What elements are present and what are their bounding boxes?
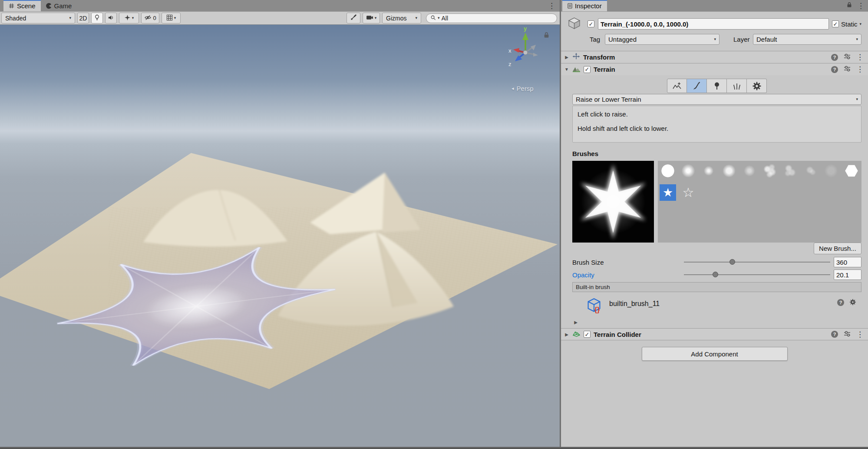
paint-terrain-button[interactable] (687, 79, 707, 93)
scene-grid-icon (9, 3, 14, 9)
opacity-label: Opacity (572, 271, 684, 279)
static-checkbox[interactable]: ✓ (832, 20, 839, 27)
help-icon[interactable]: ? (831, 331, 838, 338)
window-bottom-edge (0, 447, 868, 449)
scene-tab-menu-icon[interactable]: ⋮ (544, 0, 560, 11)
foldout-icon[interactable]: ▶ (573, 320, 578, 325)
gizmo-lock-icon[interactable] (544, 32, 549, 40)
tag-dropdown[interactable]: Untagged▾ (605, 34, 719, 45)
brush-tile-circle-soft[interactable] (680, 163, 696, 179)
star-outline-icon: ☆ (683, 186, 694, 199)
slider-track[interactable] (684, 262, 830, 263)
paint-trees-button[interactable] (707, 79, 727, 93)
scene-search-field[interactable]: ▾ (426, 13, 557, 23)
brush-size-slider[interactable] (684, 256, 830, 268)
search-icon (430, 15, 436, 22)
presets-icon[interactable] (844, 53, 851, 61)
search-input[interactable] (442, 15, 553, 22)
component-menu-icon[interactable]: ⋮ (856, 53, 864, 61)
scene-audio-button[interactable] (105, 13, 117, 23)
brush-tile-star-outline[interactable]: ☆ (680, 184, 696, 201)
add-component-row: Add Component (561, 347, 868, 361)
projection-mode-toggle[interactable]: ◂ Persp (512, 85, 534, 92)
layer-dropdown[interactable]: Default▾ (753, 34, 861, 45)
brush-asset-row[interactable]: {} builtin_brush_11 ? ▶ (572, 292, 861, 328)
scene-pane: Scene Game ⋮ Shaded ▾ 2D (0, 0, 560, 449)
scene-render (0, 25, 560, 449)
scene-lighting-button[interactable] (91, 13, 103, 23)
add-component-button[interactable]: Add Component (642, 347, 788, 361)
gear-icon[interactable] (849, 299, 856, 307)
inspector-lock-icon[interactable] (847, 2, 852, 10)
scene-effects-dropdown[interactable]: ▾ (119, 13, 139, 23)
foldout-icon[interactable]: ▶ (564, 332, 569, 337)
slider-track[interactable] (684, 274, 830, 275)
foldout-icon[interactable]: ▼ (564, 67, 569, 72)
slider-knob[interactable] (713, 272, 718, 277)
terrain-collider-header[interactable]: ▶ ✓ Terrain Collider ? ⋮ (561, 328, 868, 340)
inspector-tabbar: Inspector ⋮ (561, 0, 868, 12)
scene-viewport[interactable]: y x z ◂ Persp (0, 25, 560, 449)
terrain-icon (572, 65, 581, 74)
collider-enabled-checkbox[interactable]: ✓ (584, 331, 591, 338)
tab-scene[interactable]: Scene (3, 0, 41, 11)
help-icon[interactable]: ? (837, 299, 844, 306)
brush-tile-star-selected[interactable]: ★ (660, 184, 676, 201)
inspector-menu-icon[interactable]: ⋮ (857, 2, 865, 10)
brush-tile-splatter-3[interactable] (802, 163, 819, 179)
brush-tile-splatter-1[interactable] (762, 163, 778, 179)
component-menu-icon[interactable]: ⋮ (856, 331, 864, 338)
hidden-objects-button[interactable]: 0 (141, 13, 159, 23)
terrain-enabled-checkbox[interactable]: ✓ (584, 66, 591, 73)
brush-tile-circle-hard[interactable] (660, 163, 676, 179)
builtin-brush-label: Built-in brush (576, 284, 610, 290)
brush-size-value[interactable] (834, 257, 861, 267)
presets-icon[interactable] (844, 65, 851, 73)
terrain-tool-dropdown[interactable]: Raise or Lower Terrain ▾ (572, 94, 861, 105)
grid-visibility-dropdown[interactable]: ▾ (162, 13, 181, 23)
foldout-icon[interactable]: ▶ (564, 55, 569, 60)
presets-icon[interactable] (844, 330, 851, 339)
new-brush-button[interactable]: New Brush... (814, 243, 861, 254)
create-neighbor-terrains-button[interactable] (667, 79, 687, 93)
shading-mode-label: Shaded (5, 15, 26, 22)
transform-header[interactable]: ▶ Transform ? ⋮ (561, 51, 868, 63)
hexagon-shape (845, 165, 858, 177)
opacity-value[interactable] (834, 269, 861, 280)
paint-details-button[interactable] (727, 79, 747, 93)
shading-mode-dropdown[interactable]: Shaded ▾ (1, 13, 75, 23)
hidden-count-label: 0 (153, 15, 156, 21)
component-menu-icon[interactable]: ⋮ (856, 66, 864, 73)
terrain-settings-button[interactable] (747, 79, 767, 93)
brush-tile-dot-faint[interactable] (741, 163, 758, 179)
brush-palette: ★ ☆ (658, 161, 861, 243)
scene-tabbar: Scene Game ⋮ (0, 0, 560, 12)
gizmos-dropdown[interactable]: Gizmos ▾ (382, 13, 421, 23)
axis-y[interactable] (522, 33, 528, 53)
static-dropdown-icon[interactable]: ▾ (859, 22, 861, 26)
gameobject-name-field[interactable] (598, 18, 829, 30)
speaker-icon (108, 14, 114, 22)
effects-sparkle-icon (124, 14, 131, 22)
brush-tile-dot-small[interactable] (700, 163, 717, 179)
terrain-header[interactable]: ▼ ✓ Terrain ? ⋮ (561, 63, 868, 75)
brush-tile-ghost[interactable] (823, 163, 839, 179)
slider-knob[interactable] (729, 259, 735, 265)
brush-tile-blob[interactable] (721, 163, 737, 179)
tab-game[interactable]: Game (41, 0, 77, 11)
brush-tile-splatter-2[interactable] (782, 163, 799, 179)
opacity-slider[interactable] (684, 269, 830, 280)
brush-tile-hexagon[interactable] (843, 163, 860, 179)
terrain-collider-title: Terrain Collider (594, 331, 641, 338)
help-icon[interactable]: ? (831, 66, 838, 73)
custom-tools-button[interactable] (347, 13, 360, 23)
scene-camera-dropdown[interactable]: ▾ (363, 13, 380, 23)
scene-toolbar: Shaded ▾ 2D ▾ (0, 12, 560, 25)
toggle-2d-button[interactable]: 2D (77, 13, 89, 23)
help-icon[interactable]: ? (831, 54, 838, 61)
gizmo-center[interactable] (523, 50, 528, 55)
tab-inspector[interactable]: Inspector (562, 0, 607, 11)
lightbulb-icon (94, 14, 100, 22)
active-checkbox[interactable]: ✓ (587, 20, 594, 27)
brush-size-row: Brush Size (572, 256, 861, 268)
